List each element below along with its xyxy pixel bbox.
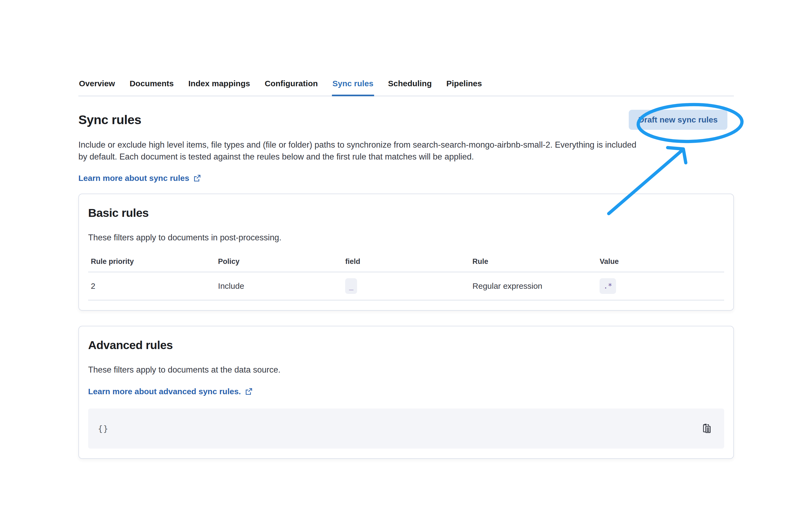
cell-field-code-chip: _ [345,278,357,294]
tab-overview[interactable]: Overview [78,76,115,96]
learn-more-advanced-sync-rules-link[interactable]: Learn more about advanced sync rules. [88,387,253,396]
page-header-row: Sync rules Draft new sync rules [78,110,734,130]
table-row: 2 Include _ Regular expression .* [88,272,724,300]
tab-bar: Overview Documents Index mappings Config… [78,76,734,96]
page-description: Include or exclude high level items, fil… [78,139,734,163]
tab-documents[interactable]: Documents [129,76,174,96]
column-header-value: Value [597,257,724,272]
basic-rules-description: These filters apply to documents in post… [88,232,724,243]
basic-rules-title: Basic rules [88,206,724,219]
sync-rules-page: Overview Documents Index mappings Config… [0,0,812,524]
advanced-rules-description: These filters apply to documents at the … [88,365,724,375]
tab-index-mappings[interactable]: Index mappings [188,76,251,96]
tab-configuration[interactable]: Configuration [264,76,318,96]
learn-more-sync-rules-link[interactable]: Learn more about sync rules [78,174,201,183]
cell-policy: Include [215,272,343,300]
column-header-field: field [343,257,470,272]
column-header-rule-priority: Rule priority [88,257,215,272]
tab-sync-rules[interactable]: Sync rules [332,76,374,96]
advanced-rules-code: {} [98,424,109,433]
copy-button[interactable] [702,423,712,434]
learn-more-advanced-sync-rules-label: Learn more about advanced sync rules. [88,387,241,396]
advanced-rules-code-block: {} [88,409,724,448]
advanced-rules-title: Advanced rules [88,338,724,352]
cell-rule: Regular expression [470,272,597,300]
external-link-icon [245,388,253,396]
draft-new-sync-rules-button[interactable]: Draft new sync rules [629,110,727,130]
cell-rule-priority: 2 [88,272,215,300]
page-description-line-1: Include or exclude high level items, fil… [78,139,734,151]
learn-more-sync-rules-label: Learn more about sync rules [78,174,189,183]
column-header-policy: Policy [215,257,343,272]
advanced-rules-panel: Advanced rules These filters apply to do… [78,326,734,459]
cell-value-code-chip: .* [599,278,616,294]
basic-rules-table: Rule priority Policy field Rule Value 2 … [88,257,724,300]
basic-rules-panel: Basic rules These filters apply to docum… [78,194,734,311]
column-header-rule: Rule [470,257,597,272]
tab-scheduling[interactable]: Scheduling [387,76,432,96]
external-link-icon [193,174,201,182]
page-description-line-2: by default. Each document is tested agai… [78,151,734,163]
copy-clipboard-icon [702,430,712,435]
page-title: Sync rules [78,112,142,127]
tab-pipelines[interactable]: Pipelines [446,76,482,96]
